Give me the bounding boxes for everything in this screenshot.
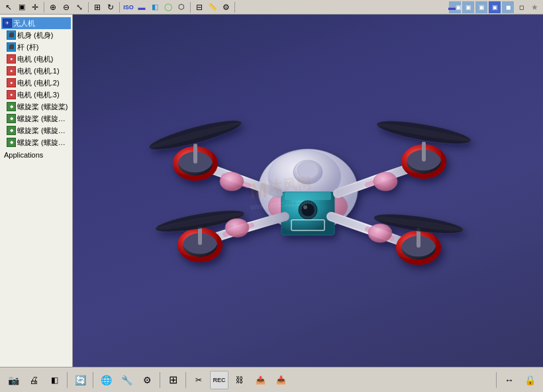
tree-item-prop1[interactable]: ◆ 螺旋桨 (螺旋桨.1) bbox=[1, 113, 71, 124]
tree-label-motor1: 电机 (电机.1) bbox=[17, 66, 60, 76]
tree-item-motor3[interactable]: ● 电机 (电机.3) bbox=[1, 89, 71, 101]
tree-item-rod[interactable]: ⬛ 杆 (杆) bbox=[1, 41, 71, 53]
camera-icon[interactable]: 📷 bbox=[4, 371, 23, 389]
zoom-out-icon[interactable] bbox=[60, 1, 72, 13]
tree-item-prop2[interactable]: ◆ 螺旋桨 (螺旋桨.2) bbox=[1, 124, 71, 136]
tree-root-item[interactable]: ✈ 无人机 bbox=[1, 17, 71, 29]
rotate-icon[interactable] bbox=[105, 1, 117, 13]
assembly-tree-panel: ✈ 无人机 ⬛ 机身 (机身) ⬛ 杆 (杆) ● 电机 (电机) ● 电机 (… bbox=[0, 15, 73, 367]
print-icon[interactable]: 🖨 bbox=[25, 371, 43, 389]
rec-label: REC bbox=[213, 377, 225, 383]
rec-icon[interactable]: REC bbox=[210, 371, 228, 389]
bottom-sep-2 bbox=[93, 372, 93, 388]
motor1-icon: ● bbox=[7, 66, 16, 75]
wire-icon[interactable]: ◻ bbox=[515, 1, 527, 13]
toolbar-sep-3 bbox=[119, 2, 120, 13]
drone-svg: M 沐风网 www.mfcad.com bbox=[73, 15, 543, 367]
zoom-in-icon[interactable] bbox=[47, 1, 59, 13]
download-icon[interactable]: 📥 bbox=[272, 371, 290, 389]
plane-icon[interactable] bbox=[175, 1, 187, 13]
svg-rect-24 bbox=[422, 142, 426, 162]
top-toolbar: ISO ▣ ▣ ▣ ▣ ◼ ◻ bbox=[0, 0, 543, 15]
motor3-icon: ● bbox=[7, 90, 16, 99]
bookmark-icon[interactable] bbox=[528, 1, 540, 13]
upload-icon[interactable]: 📤 bbox=[251, 371, 270, 389]
tree-item-prop0[interactable]: ◆ 螺旋桨 (螺旋桨) bbox=[1, 101, 71, 113]
svg-point-36 bbox=[373, 172, 397, 191]
bottom-toolbar: 📷 🖨 ◧ 🔄 🌐 🔧 ⚙ ⊞ ✂ REC ⛓ 📤 📥 ↔ 🔒 bbox=[0, 367, 543, 392]
refresh-icon[interactable]: 🔄 bbox=[71, 371, 89, 389]
lock-icon[interactable]: 🔒 bbox=[520, 371, 539, 389]
link-icon[interactable]: ⛓ bbox=[230, 371, 249, 389]
prop2-icon: ◆ bbox=[7, 126, 16, 135]
motor2-icon: ● bbox=[7, 78, 16, 87]
part-rod-icon: ⬛ bbox=[7, 42, 16, 52]
drone-icon: ✈ bbox=[3, 19, 12, 28]
tree-label-motor3: 电机 (电机.3) bbox=[17, 89, 60, 100]
tree-root-label: 无人机 bbox=[13, 18, 35, 28]
tree-label-rod: 杆 (杆) bbox=[17, 42, 38, 52]
svg-rect-25 bbox=[198, 226, 202, 245]
prop3-icon: ◆ bbox=[7, 138, 16, 147]
bottom-sep-5 bbox=[496, 372, 497, 388]
cylinder-icon[interactable] bbox=[162, 1, 174, 13]
3d-viewport[interactable]: M 沐风网 www.mfcad.com bbox=[73, 15, 543, 367]
part-icon[interactable] bbox=[149, 1, 161, 13]
view-top-icon[interactable]: ▣ bbox=[462, 1, 474, 13]
toolbar-sep-5 bbox=[234, 2, 235, 13]
tree-label-prop2: 螺旋桨 (螺旋桨.2) bbox=[17, 125, 70, 136]
layer-icon[interactable]: ◧ bbox=[45, 371, 64, 389]
fit-all-icon[interactable] bbox=[74, 1, 85, 13]
prop0-icon: ◆ bbox=[7, 102, 16, 111]
toolbar-sep-2 bbox=[88, 2, 89, 13]
box-icon[interactable] bbox=[136, 1, 148, 13]
tree-label-prop0: 螺旋桨 (螺旋桨) bbox=[17, 101, 68, 112]
tree-item-prop3[interactable]: ◆ 螺旋桨 (螺旋桨.3) bbox=[1, 136, 71, 148]
tree-item-motor0[interactable]: ● 电机 (电机) bbox=[1, 53, 71, 65]
tree-label-prop3: 螺旋桨 (螺旋桨.3) bbox=[17, 137, 70, 148]
main-area: ✈ 无人机 ⬛ 机身 (机身) ⬛ 杆 (杆) ● 电机 (电机) ● 电机 (… bbox=[0, 15, 543, 367]
view-iso-icon[interactable]: ▣ bbox=[489, 1, 501, 13]
arrow-lr-icon[interactable]: ↔ bbox=[500, 371, 518, 389]
grid-icon[interactable] bbox=[91, 1, 103, 13]
shading-icon[interactable]: ◼ bbox=[502, 1, 514, 13]
svg-rect-23 bbox=[193, 144, 197, 164]
iso-view-icon[interactable]: ISO bbox=[123, 1, 134, 13]
tools2-icon[interactable]: ⚙ bbox=[138, 371, 156, 389]
part-body-icon: ⬛ bbox=[7, 30, 16, 40]
tree-label-body: 机身 (机身) bbox=[17, 30, 53, 40]
view-right-icon[interactable]: ▣ bbox=[475, 1, 487, 13]
tree-label-motor0: 电机 (电机) bbox=[17, 54, 53, 64]
grid-bottom-icon[interactable]: ⊞ bbox=[164, 371, 182, 389]
prop1-icon: ◆ bbox=[7, 114, 16, 123]
move-icon[interactable] bbox=[29, 1, 41, 13]
bottom-sep-3 bbox=[160, 372, 160, 388]
bottom-sep-1 bbox=[67, 372, 68, 388]
tree-item-motor2[interactable]: ● 电机 (电机.2) bbox=[1, 77, 71, 89]
measure-icon[interactable] bbox=[207, 1, 219, 13]
bottom-sep-4 bbox=[185, 372, 186, 388]
multi-select-icon[interactable] bbox=[16, 1, 28, 13]
applications-label: Applications bbox=[1, 150, 71, 160]
drone-model-container: M 沐风网 www.mfcad.com bbox=[73, 15, 543, 367]
svg-point-38 bbox=[368, 224, 392, 242]
tree-item-motor1[interactable]: ● 电机 (电机.1) bbox=[1, 65, 71, 77]
toolbar-sep-4 bbox=[190, 2, 191, 13]
tree-label-motor2: 电机 (电机.2) bbox=[17, 77, 60, 88]
toolbar-sep-1 bbox=[44, 2, 44, 13]
scissors-icon[interactable]: ✂ bbox=[189, 371, 208, 389]
cursor-tool-icon[interactable] bbox=[3, 1, 15, 13]
svg-text:M: M bbox=[248, 178, 268, 203]
motor0-icon: ● bbox=[7, 54, 16, 64]
svg-point-35 bbox=[220, 172, 244, 191]
tree-label-prop1: 螺旋桨 (螺旋桨.1) bbox=[17, 113, 70, 124]
settings-icon[interactable] bbox=[220, 1, 232, 13]
svg-point-37 bbox=[225, 219, 249, 237]
view-front-icon[interactable]: ▣ bbox=[449, 1, 461, 13]
globe-icon[interactable]: 🌐 bbox=[97, 371, 115, 389]
layers-icon[interactable] bbox=[193, 1, 205, 13]
tree-item-body[interactable]: ⬛ 机身 (机身) bbox=[1, 29, 71, 41]
tools-icon[interactable]: 🔧 bbox=[117, 371, 136, 389]
